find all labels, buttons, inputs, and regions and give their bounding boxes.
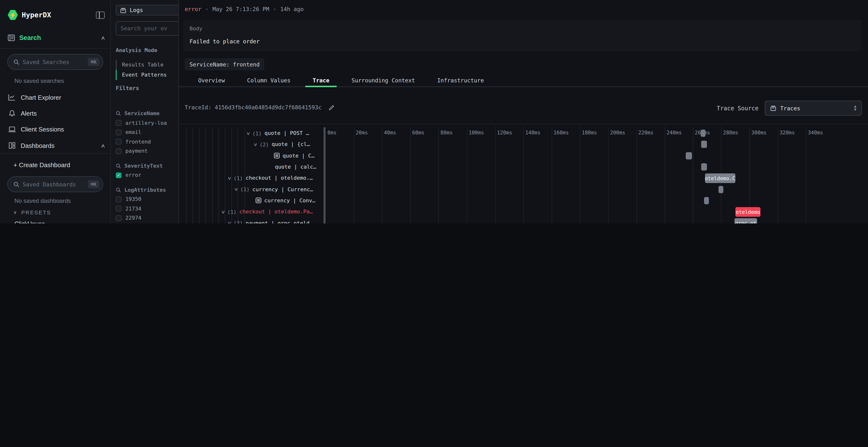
filter-group-header[interactable]: LogAttributes [111,185,179,195]
checkbox[interactable] [116,130,122,135]
checkbox[interactable] [116,120,122,126]
waterfall-row[interactable]: ∨(1)checkout | oteldemo.Pa…oteldemo [179,206,868,217]
kbd-cmd-k: ⌘K [88,58,99,66]
checkbox[interactable] [116,197,122,202]
span-bar[interactable] [718,186,723,193]
chevron-down-icon[interactable]: ∨ [246,131,250,136]
waterfall-row[interactable]: quote | C… [179,150,868,161]
mode-event-patterns[interactable]: Event Patterns [116,70,179,80]
filter-item-email[interactable]: email [111,128,179,137]
tab-column-values[interactable]: Column Values [236,75,302,86]
span-label: ∨(1)currency | Currenc… [235,184,313,195]
filter-group-header[interactable]: SeverityText [111,161,179,171]
sidebar-item-clickhouse[interactable]: ClickHouse [14,220,45,224]
filters-label: Filters [116,85,139,92]
event-timestamp: May 26 7:13:26 PM [212,6,269,12]
waterfall-row[interactable]: currency | Conv… [179,195,868,206]
span-label: currency | Conv… [255,195,315,206]
sidebar-item-chart-explorer[interactable]: Chart Explorer [8,92,105,103]
tab-overview[interactable]: Overview [187,75,236,86]
detail-tabbar: Overview Column Values Trace Surrounding… [179,75,868,87]
sidebar: ⚡ HyperDX Search ∧ Saved Searches ⌘K No … [0,0,111,224]
checkbox[interactable]: ✓ [116,172,122,178]
search-events-input[interactable]: Search your ev [116,21,179,36]
collapse-sidebar-icon[interactable] [96,11,105,19]
waterfall-row[interactable]: ∨(1)quote | POST … [179,128,868,139]
search-icon [116,163,121,169]
chevron-down-icon[interactable]: ∨ [253,142,257,147]
search-book-icon [8,34,15,41]
app-title: HyperDX [22,11,92,19]
presets-header[interactable]: ∨ PRESETS [13,209,51,215]
sidebar-item-client-sessions[interactable]: Client Sessions [8,124,105,134]
waterfall-row[interactable]: quote | calc… [179,161,868,173]
source-select-button[interactable]: Logs [116,5,179,15]
filter-item-frontend[interactable]: frontend [111,137,179,146]
filter-item-artillery-loa[interactable]: artillery-loa [111,118,179,128]
span-bar[interactable]: oteldemo.C [705,173,735,183]
kbd-cmd-k: ⌘K [88,180,99,188]
search-icon [116,187,121,193]
filter-item-2333[interactable]: 2333 [111,223,179,224]
saved-searches-input[interactable]: Saved Searches ⌘K [7,54,103,70]
sidebar-search-label: Search [19,34,97,41]
span-bar[interactable]: oteldemo [735,207,761,216]
span-bar[interactable] [702,141,707,148]
sidebar-item-dashboards[interactable]: Dashboards ∧ [8,140,105,151]
mode-results-table[interactable]: Results Table [116,60,179,70]
filter-item-21734[interactable]: 21734 [111,204,179,213]
chevron-down-icon: ∨ [13,210,18,215]
service-name-chip[interactable]: ServiceName: frontend [185,58,265,70]
no-saved-dashboards-text: No saved dashboards [14,198,71,204]
edit-pencil-icon[interactable] [329,104,335,110]
span-bar[interactable] [686,152,692,159]
filter-item-payment[interactable]: payment [111,146,179,156]
search-filters-panel: Logs Search your ev Analysis Mode Result… [111,0,179,224]
trace-waterfall: 0ms20ms40ms60ms80ms100ms120ms140ms160ms1… [179,124,868,224]
chevron-down-icon[interactable]: ∨ [227,220,231,224]
checkbox[interactable] [116,148,122,154]
tab-infrastructure[interactable]: Infrastructure [426,75,495,86]
filter-item-error[interactable]: ✓error [111,171,179,180]
span-label: ∨(1)quote | POST … [247,128,309,139]
laptop-icon [8,126,16,132]
tab-surrounding-context[interactable]: Surrounding Context [340,75,426,86]
search-icon [13,59,19,65]
trace-source-control: Trace Source Traces ▲▼ [717,101,862,115]
span-bar[interactable] [702,163,707,171]
create-dashboard-button[interactable]: + Create Dashboard [13,160,105,170]
waterfall-row[interactable]: ∨(2)quote | {cl… [179,139,868,150]
tab-trace[interactable]: Trace [302,75,340,86]
span-bar[interactable] [701,130,706,137]
event-detail-panel: error · May 26 7:13:26 PM · 14h ago Body… [179,0,868,224]
chevron-down-icon[interactable]: ∨ [234,187,238,192]
chevron-down-icon[interactable]: ∨ [221,209,225,214]
hyperdx-logo-icon: ⚡ [8,10,18,20]
chevron-up-icon: ∧ [100,143,105,148]
waterfall-row[interactable]: ∨(1)currency | Currenc… [179,184,868,195]
search-icon [13,181,19,187]
filter-group-header[interactable]: ServiceName [111,109,179,118]
chevron-down-icon[interactable]: ∨ [227,176,231,181]
filter-item-22974[interactable]: 22974 [111,213,179,223]
checkbox[interactable] [116,139,122,145]
event-header: error · May 26 7:13:26 PM · 14h ago [185,6,304,12]
span-bar[interactable]: grpc.ot [735,218,757,224]
checkbox[interactable] [116,206,122,212]
trace-source-select[interactable]: Traces ▲▼ [765,101,862,115]
database-icon [120,7,126,13]
saved-dashboards-input[interactable]: Saved Dashboards ⌘K [7,176,103,192]
filter-list: ServiceNameartillery-loaemailfrontendpay… [111,109,179,224]
waterfall-row[interactable]: ∨(1)checkout | oteldemo.…oteldemo.C [179,172,868,184]
sidebar-item-search[interactable]: Search ∧ [8,32,105,43]
span-bar[interactable] [704,197,709,204]
sidebar-item-alerts[interactable]: Alerts [8,108,105,118]
span-label: ∨(2)quote | {cl… [254,139,310,150]
checkbox[interactable] [116,215,122,221]
scrollbar[interactable] [323,127,326,224]
span-label: quote | C… [274,150,314,161]
waterfall-row[interactable]: ∨(3)payment | grpc.oteld…grpc.ot [179,217,868,224]
trace-id-value: TraceId: 4156d3fbc40a64854d9dc7f68641593… [185,104,322,111]
analysis-mode-label: Analysis Mode [116,47,157,54]
filter-item-19350[interactable]: 19350 [111,195,179,204]
